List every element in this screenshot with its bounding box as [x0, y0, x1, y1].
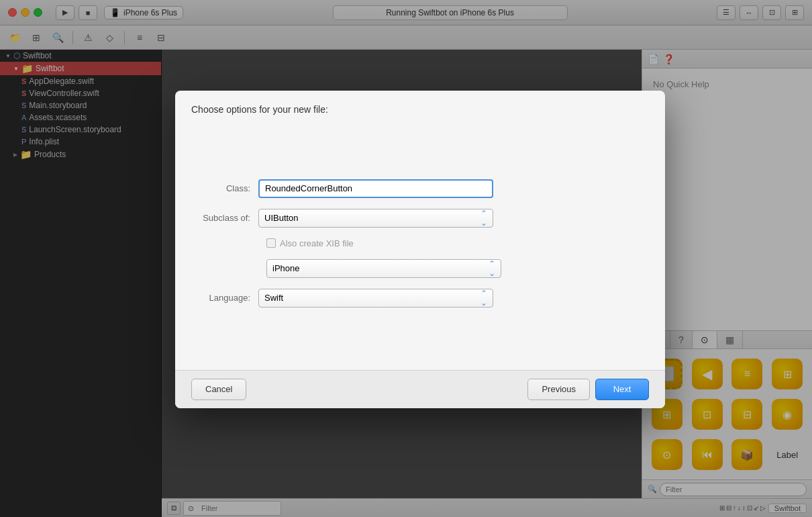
- xib-checkbox[interactable]: [266, 238, 276, 248]
- device-row: iPhone ⌃⌄: [266, 259, 649, 278]
- cancel-button[interactable]: Cancel: [191, 379, 246, 400]
- class-input[interactable]: [258, 179, 493, 198]
- language-value: Swift: [264, 293, 283, 303]
- xib-row: Also create XIB file: [266, 238, 649, 248]
- subclass-value: UIButton: [264, 213, 299, 223]
- dialog-title: Choose options for your new file:: [175, 91, 665, 115]
- language-field: Swift ⌃⌄: [258, 289, 493, 308]
- subclass-field: UIButton ⌃⌄: [258, 209, 493, 228]
- dialog-footer: Cancel Previous Next: [175, 370, 665, 408]
- device-value: iPhone: [272, 263, 299, 273]
- dialog-content: Choose options for your new file: Class:…: [175, 91, 665, 408]
- select-arrow-device: ⌃⌄: [489, 259, 495, 278]
- device-select[interactable]: iPhone ⌃⌄: [266, 259, 501, 278]
- previous-button[interactable]: Previous: [527, 379, 590, 400]
- subclass-select[interactable]: UIButton ⌃⌄: [258, 209, 493, 228]
- select-arrow-2: ⌃⌄: [480, 289, 487, 308]
- dialog: Choose options for your new file: Class:…: [175, 91, 665, 408]
- language-select[interactable]: Swift ⌃⌄: [258, 289, 493, 308]
- class-field: [258, 179, 493, 198]
- next-button[interactable]: Next: [595, 379, 649, 400]
- language-label: Language:: [191, 293, 258, 303]
- class-label: Class:: [191, 183, 258, 193]
- class-row: Class:: [191, 179, 649, 198]
- language-row: Language: Swift ⌃⌄: [191, 289, 649, 308]
- subclass-label: Subclass of:: [191, 213, 258, 223]
- xib-label: Also create XIB file: [280, 238, 354, 248]
- subclass-row: Subclass of: UIButton ⌃⌄: [191, 209, 649, 228]
- select-arrow-1: ⌃⌄: [480, 209, 487, 228]
- dialog-overlay: Choose options for your new file: Class:…: [0, 0, 812, 517]
- dialog-body: Class: Subclass of: UIButton ⌃⌄: [175, 115, 665, 370]
- dialog-form: Class: Subclass of: UIButton ⌃⌄: [191, 179, 649, 308]
